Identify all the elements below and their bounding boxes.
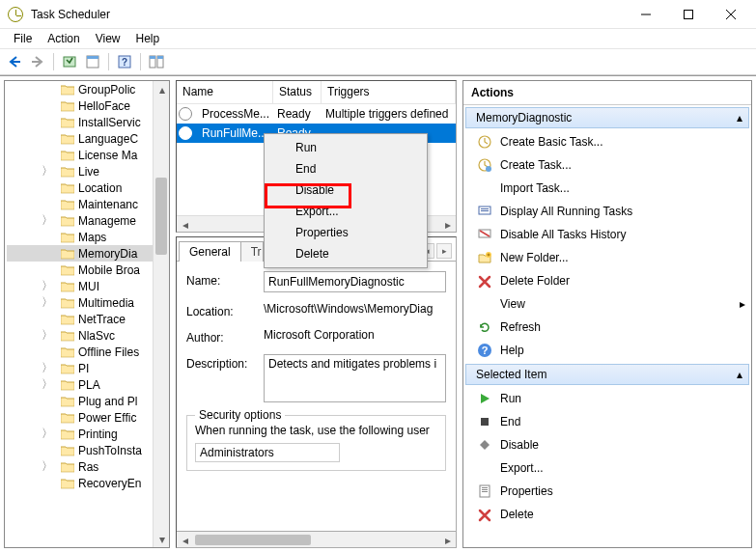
tree-item[interactable]: 〉Ras bbox=[7, 458, 169, 475]
expander-icon[interactable]: 〉 bbox=[42, 297, 53, 309]
tree-item[interactable]: Maps bbox=[7, 229, 169, 245]
col-status[interactable]: Status bbox=[273, 81, 322, 103]
action-label: Disable bbox=[500, 438, 539, 452]
tree-item[interactable]: Location bbox=[7, 179, 169, 196]
tree-scrollbar[interactable]: ▴ ▾ bbox=[153, 81, 169, 547]
tree-item[interactable]: MemoryDia bbox=[7, 245, 169, 262]
tree-item[interactable]: 〉Manageme bbox=[7, 212, 169, 229]
context-disable[interactable]: Disable bbox=[266, 179, 425, 201]
actions-group-selecteditem[interactable]: Selected Item ▴ bbox=[465, 364, 749, 385]
collapse-icon[interactable]: ▴ bbox=[737, 111, 742, 124]
action-view[interactable]: View▸ bbox=[463, 292, 751, 316]
context-delete[interactable]: Delete bbox=[266, 243, 425, 264]
maximize-button[interactable] bbox=[667, 1, 710, 28]
folder-icon bbox=[61, 297, 74, 309]
tree-item[interactable]: Plug and Pl bbox=[7, 393, 169, 409]
nav-forward-button[interactable] bbox=[27, 51, 48, 72]
expander-icon[interactable]: 〉 bbox=[42, 428, 53, 440]
expander-icon[interactable]: 〉 bbox=[42, 281, 53, 292]
actions-group-memorydiagnostic[interactable]: MemoryDiagnostic ▴ bbox=[465, 107, 749, 128]
tree-item-label: Plug and Pl bbox=[78, 395, 137, 408]
tree-item[interactable]: NetTrace bbox=[7, 311, 169, 327]
toolbar-btn-1[interactable] bbox=[59, 51, 80, 72]
expander-icon[interactable]: 〉 bbox=[42, 166, 53, 178]
toolbar-btn-2[interactable] bbox=[82, 51, 103, 72]
import-icon bbox=[477, 180, 492, 196]
cell-status: Ready bbox=[271, 107, 320, 121]
action-create-basic[interactable]: Create Basic Task... bbox=[463, 130, 751, 153]
expander-icon[interactable]: 〉 bbox=[42, 215, 53, 227]
action-delete-folder[interactable]: Delete Folder bbox=[463, 269, 751, 292]
action-import[interactable]: Import Task... bbox=[463, 177, 751, 200]
tab-general[interactable]: General bbox=[179, 241, 241, 262]
action-disable[interactable]: Disable bbox=[463, 433, 751, 456]
expander-icon[interactable]: 〉 bbox=[42, 379, 53, 391]
action-create[interactable]: Create Task... bbox=[463, 153, 751, 177]
titlebar: Task Scheduler bbox=[0, 0, 756, 29]
action-help[interactable]: ?Help bbox=[463, 339, 751, 362]
tree-item-label: HelloFace bbox=[78, 99, 130, 113]
tree-item[interactable]: 〉Live bbox=[7, 163, 169, 179]
action-end[interactable]: End bbox=[463, 410, 751, 433]
tree-item-label: Power Effic bbox=[78, 411, 136, 425]
menu-view[interactable]: View bbox=[88, 30, 128, 47]
action-label: Export... bbox=[500, 461, 544, 475]
toolbar-help-button[interactable]: ? bbox=[114, 51, 135, 72]
tree-item[interactable]: Mobile Broa bbox=[7, 262, 169, 278]
menu-help[interactable]: Help bbox=[128, 30, 168, 47]
minimize-button[interactable] bbox=[625, 1, 667, 28]
context-run[interactable]: Run bbox=[266, 137, 425, 158]
task-row[interactable]: ProcessMe...ReadyMultiple triggers defin… bbox=[177, 104, 456, 124]
tree-item[interactable]: Offline Files bbox=[7, 344, 169, 360]
tree-item[interactable]: InstallServic bbox=[7, 114, 169, 130]
col-name[interactable]: Name bbox=[177, 81, 273, 103]
tree-item[interactable]: Power Effic bbox=[7, 409, 169, 426]
tree-item[interactable]: 〉Printing bbox=[7, 426, 169, 442]
tree-item[interactable]: 〉NlaSvc bbox=[7, 327, 169, 344]
tree-item[interactable]: Maintenanc bbox=[7, 196, 169, 212]
tree-item[interactable]: 〉PI bbox=[7, 360, 169, 376]
tab-scroll-right[interactable]: ▸ bbox=[436, 243, 452, 259]
tab-triggers-clipped[interactable]: Tr bbox=[240, 241, 264, 262]
security-legend: Security options bbox=[195, 408, 285, 422]
action-refresh[interactable]: Refresh bbox=[463, 316, 751, 339]
menu-action[interactable]: Action bbox=[40, 30, 87, 47]
description-field[interactable] bbox=[264, 354, 446, 402]
name-field[interactable] bbox=[264, 271, 446, 292]
tree-item-label: NetTrace bbox=[78, 313, 126, 326]
tree-item[interactable]: RecoveryEn bbox=[7, 475, 169, 491]
expander-icon[interactable]: 〉 bbox=[42, 330, 53, 342]
toolbar-btn-3[interactable] bbox=[146, 51, 167, 72]
action-properties[interactable]: Properties bbox=[463, 480, 751, 503]
action-run[interactable]: Run bbox=[463, 387, 751, 410]
context-export[interactable]: Export... bbox=[266, 201, 425, 222]
close-button[interactable] bbox=[710, 1, 752, 28]
action-export[interactable]: Export... bbox=[463, 456, 751, 480]
disable-icon bbox=[477, 437, 492, 453]
action-delete[interactable]: Delete bbox=[463, 503, 751, 526]
col-triggers[interactable]: Triggers bbox=[322, 81, 456, 103]
context-end[interactable]: End bbox=[266, 158, 425, 179]
action-disable-hist[interactable]: Disable All Tasks History bbox=[463, 223, 751, 246]
action-display[interactable]: Display All Running Tasks bbox=[463, 200, 751, 223]
tree-panel: GroupPolicHelloFaceInstallServicLanguage… bbox=[4, 80, 170, 548]
expander-icon[interactable]: 〉 bbox=[42, 461, 53, 473]
tree-item[interactable]: GroupPolic bbox=[7, 81, 169, 97]
svg-text:?: ? bbox=[482, 345, 489, 356]
security-account: Administrators bbox=[195, 443, 340, 462]
tree-item[interactable]: 〉Multimedia bbox=[7, 294, 169, 311]
tree-item[interactable]: LanguageC bbox=[7, 130, 169, 147]
details-hscroll[interactable]: ◂▸ bbox=[177, 531, 456, 547]
expander-icon[interactable]: 〉 bbox=[42, 363, 53, 374]
context-properties[interactable]: Properties bbox=[266, 222, 425, 243]
tree-item[interactable]: 〉MUI bbox=[7, 278, 169, 294]
menu-file[interactable]: File bbox=[6, 30, 40, 47]
tree-item[interactable]: HelloFace bbox=[7, 97, 169, 114]
tree-item[interactable]: License Ma bbox=[7, 147, 169, 163]
run-icon bbox=[477, 391, 492, 406]
collapse-icon[interactable]: ▴ bbox=[737, 368, 742, 381]
tree-item[interactable]: 〉PLA bbox=[7, 376, 169, 393]
nav-back-button[interactable] bbox=[4, 51, 25, 72]
action-new-folder[interactable]: New Folder... bbox=[463, 246, 751, 269]
tree-item[interactable]: PushToInsta bbox=[7, 442, 169, 458]
